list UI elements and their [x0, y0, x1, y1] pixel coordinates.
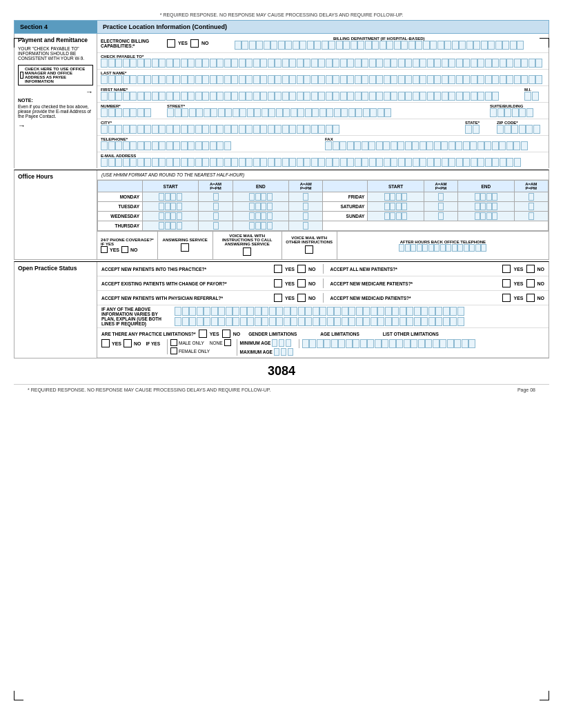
accept-existing-label: ACCEPT EXISTING PATIENTS WITH CHANGE OF …: [101, 281, 271, 286]
accept-medicaid-no[interactable]: [526, 294, 535, 302]
limitations-label: ARE THERE ANY PRACTICE LIMITATIONS?*: [101, 332, 196, 336]
electronic-billing-label: ELECTRONIC BILLING CAPABILITIES:*: [101, 39, 163, 48]
varies-label: IF ANY OF THE ABOVE INFORMATION VARIES B…: [101, 307, 170, 326]
accept-new-yes[interactable]: [274, 265, 282, 273]
accept-all-label: ACCEPT ALL NEW PATIENTS?*: [330, 267, 500, 272]
accept-new-no[interactable]: [297, 265, 306, 273]
accept-medicaid-yes[interactable]: [502, 294, 511, 302]
billing-dept-input[interactable]: [235, 41, 241, 50]
accept-all-yes[interactable]: [502, 265, 511, 273]
none-checkbox[interactable]: [224, 339, 231, 346]
voicemail2-checkbox[interactable]: [305, 245, 313, 254]
table-row: TUESDAY SATURDAY: [98, 202, 549, 212]
accept-all-no[interactable]: [526, 265, 535, 273]
male-only-checkbox[interactable]: [170, 339, 177, 346]
note-text-1: Even if you checked the box above, pleas…: [18, 104, 93, 119]
yes-checkbox-phone[interactable]: [101, 246, 108, 253]
voicemail2-label: VOICE MAIL WITH OTHER INSTRUCTIONS: [286, 236, 333, 244]
accept-medicaid-label: ACCEPT NEW MEDICAID PATIENTS?*: [330, 296, 500, 301]
table-row: THURSDAY: [98, 221, 549, 231]
no-checkbox-phone[interactable]: [121, 246, 128, 253]
col-end-2: END: [458, 181, 514, 192]
female-only-checkbox[interactable]: [170, 347, 177, 354]
if-yes-label2: IF YES: [146, 341, 160, 346]
age-label: AGE LIMITATIONS: [320, 332, 359, 336]
accept-referral-yes[interactable]: [274, 294, 282, 302]
office-hours-title: Office Hours: [14, 170, 97, 259]
answering-label: ANSWERING SERVICE: [161, 238, 209, 242]
page-number: Page 08: [517, 387, 535, 392]
accept-existing-yes[interactable]: [274, 279, 282, 287]
voicemail-checkbox[interactable]: [243, 247, 251, 256]
accept-referral-label: ACCEPT NEW PATIENTS WITH PHYSICIAN REFER…: [101, 296, 271, 301]
section-number-label: Section 4: [14, 21, 97, 33]
ops-title: Open Practice Status: [18, 265, 93, 272]
voicemail-label: VOICE MAIL WITH INSTRUCTIONS TO CALL ANS…: [217, 234, 278, 246]
payee-check-label: CHECK HERE TO USE OFFICE MANAGER AND OFF…: [25, 67, 91, 83]
list-label: LIST OTHER LIMITATIONS: [383, 332, 439, 336]
accept-medicare-label: ACCEPT NEW MEDICARE PATIENTS?*: [330, 281, 500, 286]
bottom-required-row: * REQUIRED RESPONSE. NO RESPONSE MAY CAU…: [14, 384, 549, 395]
form-number: 3084: [14, 358, 549, 384]
col-start-1: START: [143, 181, 199, 192]
accept-new-label: ACCEPT NEW PATIENTS INTO THIS PRACTICE?*: [101, 267, 271, 272]
payment-remittance-title: Payment and Remittance: [18, 37, 93, 43]
accept-existing-no[interactable]: [297, 279, 306, 287]
limitations-yes2[interactable]: [101, 339, 110, 347]
limitations-no[interactable]: [222, 330, 230, 338]
office-hours-table: START A=AMP=PM END A=AMP=PM START A=AMP=…: [97, 180, 549, 231]
no-label-billing: NO: [201, 41, 209, 46]
answering-checkbox[interactable]: [181, 243, 189, 252]
no-checkbox-billing[interactable]: [190, 39, 199, 48]
arrow-right-1: →: [18, 88, 93, 96]
accept-referral-no[interactable]: [297, 294, 306, 302]
section-title: Practice Location Information (Continued…: [97, 21, 549, 33]
gender-label: GENDER LIMITATIONS: [248, 332, 297, 336]
accept-medicare-no[interactable]: [526, 279, 535, 287]
limitations-no2[interactable]: [124, 339, 132, 347]
table-row: WEDNESDAY SUNDAY: [98, 212, 549, 221]
yes-label-billing: YES: [178, 41, 188, 46]
accept-medicare-yes[interactable]: [502, 279, 511, 287]
limitations-yes[interactable]: [199, 330, 207, 338]
top-required-note: * REQUIRED RESPONSE. NO RESPONSE MAY CAU…: [14, 12, 549, 17]
w9-note: YOUR "CHECK PAYABLE TO" INFORMATION SHOU…: [18, 46, 93, 61]
yes-checkbox-billing[interactable]: [167, 39, 175, 48]
oh-format-note: (USE HHMM FORMAT AND ROUND TO THE NEARES…: [97, 170, 549, 180]
table-row: MONDAY FRIDAY: [98, 192, 549, 202]
section-header: Section 4 Practice Location Information …: [14, 20, 549, 34]
arrow-right-2: →: [18, 121, 93, 130]
payee-checkbox[interactable]: [20, 72, 23, 79]
bottom-required-note: * REQUIRED RESPONSE. NO RESPONSE MAY CAU…: [28, 387, 271, 392]
col-start-2: START: [368, 181, 424, 192]
col-end-1: END: [233, 181, 288, 192]
note-label-1: NOTE:: [18, 98, 93, 103]
